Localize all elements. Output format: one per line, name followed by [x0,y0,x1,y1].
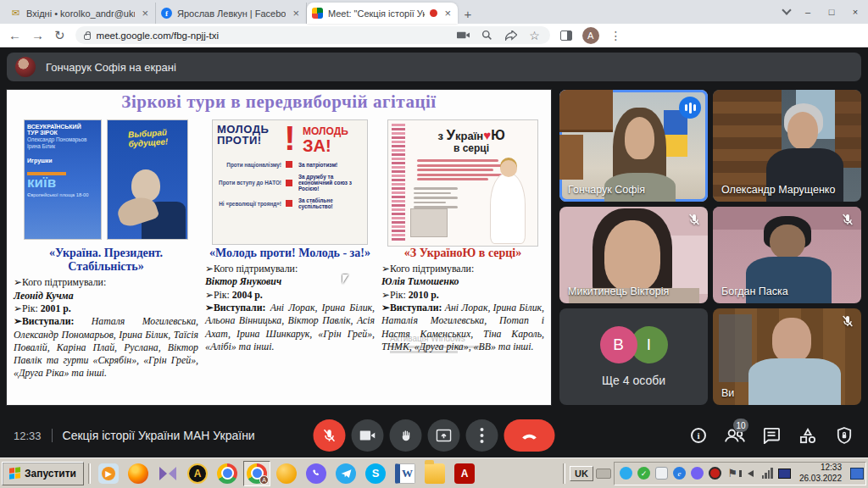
present-screen-button[interactable] [428,419,460,452]
taskbar-chrome-icon[interactable] [214,461,241,486]
taskbar-folder-icon[interactable] [421,461,448,486]
taskbar-word-icon[interactable]: W [392,461,419,486]
bookmark-star-icon[interactable]: ☆ [528,29,542,42]
tray-antivirus-icon[interactable]: ✓ [637,467,650,480]
tray-flag-icon[interactable]: ⚑ [726,467,739,480]
keyboard-layout-icon[interactable] [596,469,611,479]
padlock-icon [84,34,91,40]
window-close-button[interactable]: × [849,7,861,17]
tile-oleksandr-marushchenko[interactable]: Олександр Марущенко [713,90,861,202]
camera-indicator-icon[interactable] [457,29,470,42]
side-panel-icon[interactable] [560,30,572,41]
end-call-button[interactable] [504,419,555,452]
tray-clipboard-icon[interactable] [655,467,668,480]
poster-vybyrai-budushchee: Выбирайбудущее! [107,119,188,240]
tab-close-icon[interactable]: × [291,7,301,19]
screen: ✉ Вхідні • korolko_andr@ukr.net × f Ярос… [0,0,868,488]
participants-icon[interactable]: 10 [725,425,745,446]
url-text: meet.google.com/fbg-npjj-txi [97,30,219,41]
new-tab-button[interactable]: + [458,3,478,24]
meeting-details-info-icon[interactable]: i [688,425,709,446]
tile-you[interactable]: Ви [713,308,861,405]
taskbar-telegram-icon[interactable] [332,461,359,486]
embroidery-border [392,124,405,242]
camera-toggle-button[interactable] [352,419,384,452]
participant-name: Богдан Паска [721,286,788,297]
taskbar-aimp-icon[interactable]: A [184,461,211,486]
participant-grid: Гончарук Софія Олександр Марущенко Микит… [559,90,861,405]
taskbar-wmp-icon[interactable]: ▶ [95,461,122,486]
person-silhouette [490,173,526,244]
tile-more-participants[interactable]: В І Ще 4 особи [559,308,708,405]
taskbar-acrobat-icon[interactable]: A [451,461,478,486]
taskbar-clock[interactable]: 12:33 26.03.2022 [796,463,845,484]
tray-display-icon[interactable] [778,469,791,479]
meet-control-bar: 12:33 Секція історії України МАН України [0,413,868,458]
tab-mail[interactable]: ✉ Вхідні • korolko_andr@ukr.net × [5,3,156,24]
mic-muted-icon [841,213,854,226]
browser-menu-kebab-icon[interactable]: ⋮ [609,29,623,42]
network-signal-icon[interactable] [762,468,773,479]
raise-hand-button[interactable] [390,419,422,452]
taskbar-chrome-canary-icon[interactable] [273,461,300,486]
mic-muted-icon [841,314,854,328]
forward-button[interactable]: → [31,29,44,42]
host-controls-shield-icon[interactable] [834,425,854,446]
tile-bohdan-paska[interactable]: Богдан Паска [713,207,861,303]
tray-recorder-icon[interactable] [709,467,721,480]
windows-taskbar: Запустити ▶ A A S W A UK ✓ e [0,458,868,488]
more-options-button[interactable] [466,419,498,452]
tile-honcharuk-sofiia[interactable]: Гончарук Софія [559,90,708,202]
tab-title: Meet: "Секція історії Україн [328,8,425,19]
tab-meet-active[interactable]: Meet: "Секція історії Україн × [307,3,458,24]
slide-title: Зіркові тури в передвиборчій агітації [7,90,551,113]
share-icon[interactable] [504,29,518,42]
taskbar-kmplayer-icon[interactable] [154,461,181,486]
back-button[interactable]: ← [8,29,21,42]
reload-button[interactable]: ↻ [54,29,65,42]
show-desktop-button[interactable] [850,468,864,480]
profile-avatar[interactable]: A [582,27,599,44]
shared-screen-slide: Зіркові тури в передвиборчій агітації Ак… [7,90,551,405]
tray-browser-icon[interactable]: e [673,467,686,480]
browser-tab-strip: ✉ Вхідні • korolko_andr@ukr.net × f Ярос… [0,0,868,24]
mic-toggle-button[interactable] [314,419,346,452]
taskbar-viber-icon[interactable] [303,461,330,486]
language-indicator[interactable]: UK [570,466,593,481]
mail-favicon-icon: ✉ [10,8,21,19]
activities-icon[interactable] [798,425,818,446]
zoom-page-icon[interactable] [481,29,494,42]
tab-close-icon[interactable]: × [442,7,453,19]
presenter-avatar [15,57,36,77]
participant-name: Ви [721,387,734,399]
meet-favicon-icon [312,8,323,19]
participant-name: Гончарук Софія [568,184,645,196]
taskbar-skype-icon[interactable]: S [362,461,389,486]
address-bar[interactable]: meet.google.com/fbg-npjj-txi ☆ [75,26,550,44]
meeting-name: Секція історії України МАН України [63,429,255,442]
tab-close-icon[interactable]: × [140,7,150,19]
start-button[interactable]: Запустити [2,462,84,485]
taskbar-chrome-active-icon[interactable]: A [243,461,270,486]
tray-viber-icon[interactable] [691,467,704,480]
clock-time: 12:33 [14,430,42,442]
tile-mykytynets-viktoriia[interactable]: Микитинець Вікторія [559,207,708,303]
divider [88,463,91,484]
person-silhouette [131,169,160,202]
presenting-banner: Гончарук Софія на екрані [7,53,861,81]
tray-telegram-icon[interactable] [620,467,632,480]
more-participants-label: Ще 4 особи [602,374,665,387]
volume-icon[interactable] [744,467,757,480]
chat-icon[interactable] [761,425,782,446]
taskbar-firefox-icon[interactable] [125,461,152,486]
facebook-favicon-icon: f [161,8,172,19]
chevron-down-icon[interactable] [782,5,791,14]
window-minimize-button[interactable]: – [802,7,814,17]
slide-column-yanukovych: МОЛОДЬПРОТИ! ! МОЛОДЬЗА! Проти націоналі… [205,116,375,380]
browser-toolbar: ← → ↻ meet.google.com/fbg-npjj-txi ☆ A [0,24,868,47]
window-maximize-button[interactable]: □ [826,7,837,17]
system-tray: ✓ e ⚑ 12:33 26.03.2022 [614,462,866,485]
tab-title: Ярослав Левкун | Facebook [177,8,286,19]
tab-facebook[interactable]: f Ярослав Левкун | Facebook × [156,3,307,24]
poster-z-ukrainoyu-v-serci: з Україн♥Ю в серці [387,119,538,247]
